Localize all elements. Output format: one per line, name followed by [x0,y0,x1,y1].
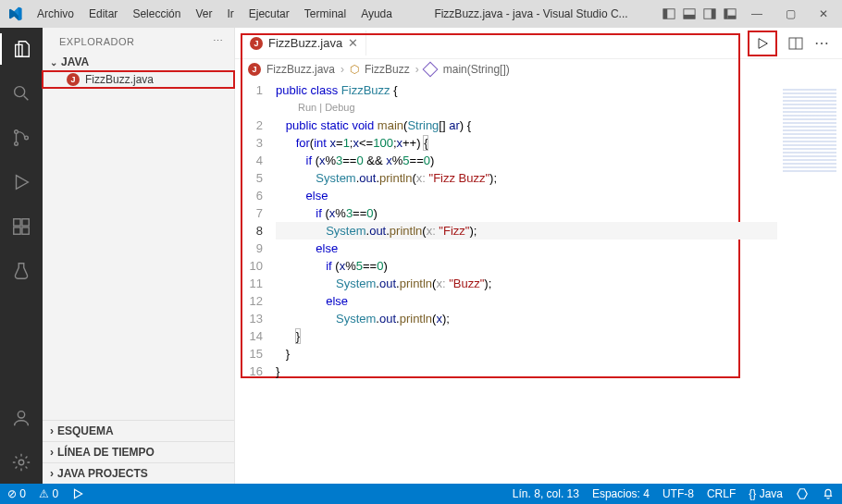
status-feedback-icon[interactable] [796,487,809,500]
code-line[interactable]: } [276,345,777,363]
code-line[interactable]: System.out.println(x: "Fizz Buzz"); [276,169,777,187]
breadcrumb-class[interactable]: FizzBuzz [365,63,410,76]
code-line[interactable]: else [276,240,777,257]
code-line[interactable]: if (x%5==0) [276,257,777,275]
panel-bottom-icon[interactable] [683,7,696,20]
code-line[interactable]: for(int x=1;x<=100;x++) { [276,134,777,152]
activity-bar [0,28,43,484]
editor-more-icon[interactable]: ⋯ [814,34,829,52]
title-bar: ArchivoEditarSelecciónVerIrEjecutarTermi… [0,0,842,28]
explorer-sidebar: EXPLORADOR ⋯ ⌄ JAVA J FizzBuzz.java ›ESQ… [43,28,235,484]
explorer-more-icon[interactable]: ⋯ [213,35,224,47]
menu-ejecutar[interactable]: Ejecutar [241,4,297,24]
svg-rect-7 [724,9,728,19]
run-debug-icon[interactable] [0,166,43,198]
code-line[interactable]: System.out.println(x: "Fizz"); [276,222,777,240]
panel-left-icon[interactable] [662,7,675,20]
explorer-icon[interactable] [0,33,43,65]
svg-rect-14 [14,227,20,234]
status-live-share-icon[interactable] [71,487,84,500]
java-file-icon: J [250,37,263,50]
file-item-fizzbuzz[interactable]: J FizzBuzz.java [43,71,234,88]
svg-rect-8 [727,16,736,19]
timeline-section[interactable]: ›LÍNEA DE TIEMPO [43,441,234,462]
menu-ir[interactable]: Ir [219,4,241,24]
code-line[interactable]: else [276,292,777,310]
vscode-logo-icon [6,6,24,21]
testing-icon[interactable] [0,255,43,287]
codelens[interactable]: Run | Debug [276,99,777,117]
menu-ver[interactable]: Ver [188,4,219,24]
java-projects-section[interactable]: ›JAVA PROJECTS [43,462,234,484]
svg-point-18 [19,460,24,465]
method-symbol-icon [422,62,438,78]
code-line[interactable]: public class FizzBuzz { [276,81,777,99]
tab-label: FizzBuzz.java [268,36,342,50]
source-control-icon[interactable] [0,122,43,154]
status-bar: ⊘ 0 ⚠ 0 Lín. 8, col. 13 Espacios: 4 UTF-… [0,484,842,504]
code-line[interactable]: public static void main(String[] ar) { [276,117,777,134]
editor-group: J FizzBuzz.java ✕ ⋯ J FizzBuzz.java › ⬡ … [235,28,842,484]
status-indentation[interactable]: Espacios: 4 [592,487,650,500]
svg-rect-5 [712,9,715,19]
status-line-col[interactable]: Lín. 8, col. 13 [513,487,579,500]
accounts-icon[interactable] [0,402,43,434]
status-warnings[interactable]: ⚠ 0 [39,487,58,500]
code-line[interactable]: System.out.println(x); [276,310,777,327]
menu-selección[interactable]: Selección [125,4,188,24]
breadcrumb-method[interactable]: main(String[]) [443,63,510,76]
outline-section[interactable]: ›ESQUEMA [43,420,234,441]
menu-editar[interactable]: Editar [81,4,125,24]
extensions-icon[interactable] [0,211,43,242]
svg-rect-16 [22,219,29,226]
close-button[interactable]: ✕ [814,7,833,20]
status-language[interactable]: {} Java [749,487,783,500]
svg-rect-13 [14,219,20,226]
class-symbol-icon: ⬡ [350,63,359,76]
code-line[interactable]: } [276,363,777,380]
menu-terminal[interactable]: Terminal [297,4,353,24]
search-icon[interactable] [0,78,43,109]
project-folder-label: JAVA [61,55,89,68]
minimap[interactable] [777,81,842,484]
code-line[interactable]: if (x%3==0) [276,204,777,222]
chevron-right-icon: › [415,63,419,76]
code-line[interactable]: } [276,327,777,345]
breadcrumbs[interactable]: J FizzBuzz.java › ⬡ FizzBuzz › main(Stri… [235,59,842,81]
code-line[interactable]: if (x%3==0 && x%5==0) [276,152,777,169]
tab-fizzbuzz[interactable]: J FizzBuzz.java ✕ [242,31,366,55]
status-eol[interactable]: CRLF [707,487,736,500]
panel-right-icon[interactable] [703,7,716,20]
menu-ayuda[interactable]: Ayuda [353,4,400,24]
code-line[interactable]: else [276,187,777,204]
minimize-button[interactable]: ― [748,7,766,20]
chevron-down-icon: ⌄ [50,57,57,68]
svg-rect-3 [684,15,695,18]
split-editor-icon[interactable] [788,36,803,51]
svg-point-9 [15,87,25,97]
file-item-label: FizzBuzz.java [85,73,154,86]
main-menu: ArchivoEditarSelecciónVerIrEjecutarTermi… [30,4,400,24]
svg-point-10 [15,130,19,134]
svg-rect-1 [663,9,667,19]
status-notifications-icon[interactable] [822,487,835,500]
maximize-button[interactable]: ▢ [781,7,799,20]
svg-point-17 [18,412,24,418]
layout-controls [662,7,737,20]
run-button[interactable] [748,31,777,56]
chevron-right-icon: › [50,446,54,459]
breadcrumb-file[interactable]: FizzBuzz.java [266,63,335,76]
menu-archivo[interactable]: Archivo [30,4,81,24]
status-errors[interactable]: ⊘ 0 [7,487,26,500]
java-file-icon: J [248,63,261,76]
editor-tabs: J FizzBuzz.java ✕ ⋯ [235,28,842,59]
status-encoding[interactable]: UTF-8 [662,487,694,500]
close-icon[interactable]: ✕ [348,36,358,50]
chevron-right-icon: › [50,424,54,437]
layout-customize-icon[interactable] [724,7,737,20]
code-line[interactable]: System.out.println(x: "Buzz"); [276,275,777,292]
settings-gear-icon[interactable] [0,447,43,478]
code-editor[interactable]: 1 2345678910111213141516 public class Fi… [235,81,777,484]
chevron-right-icon: › [50,467,54,480]
project-folder[interactable]: ⌄ JAVA [43,53,234,71]
